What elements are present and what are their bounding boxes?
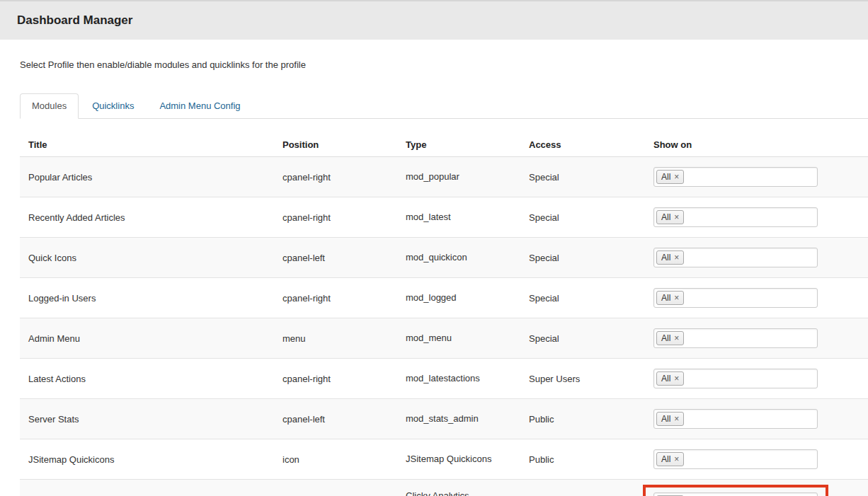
show-on-multiselect[interactable]: All× bbox=[653, 449, 818, 469]
type-cell: mod_popular bbox=[397, 157, 520, 197]
position-cell: cpanel-right bbox=[274, 480, 397, 496]
table-row: Latest Actionscpanel-rightmod_latestacti… bbox=[20, 359, 868, 399]
show-on-cell: All× bbox=[645, 197, 868, 238]
show-on-cell: All× bbox=[645, 359, 868, 399]
show-on-cell: All× bbox=[645, 480, 868, 496]
access-cell: Public bbox=[520, 399, 645, 439]
selected-tag: All× bbox=[656, 452, 684, 466]
tag-label: All bbox=[661, 333, 670, 343]
table-row: Popular Articlescpanel-rightmod_popularS… bbox=[20, 157, 868, 197]
table-row: Logged-in Userscpanel-rightmod_loggedSpe… bbox=[20, 278, 868, 318]
show-on-cell: All× bbox=[645, 157, 868, 197]
table-body: Popular Articlescpanel-rightmod_popularS… bbox=[20, 157, 868, 496]
column-header-show-on: Show on bbox=[645, 133, 868, 157]
table-row: Admin Menumenumod_menuSpecialAll× bbox=[20, 318, 868, 359]
show-on-multiselect[interactable]: All× bbox=[653, 492, 818, 496]
remove-tag-icon[interactable]: × bbox=[674, 415, 679, 423]
remove-tag-icon[interactable]: × bbox=[674, 294, 679, 302]
type-cell: mod_latest bbox=[397, 197, 520, 238]
position-cell: icon bbox=[274, 439, 397, 480]
access-cell: Super Users bbox=[520, 359, 645, 399]
tag-label: All bbox=[661, 293, 670, 303]
title-cell: JSitemap Quickicons bbox=[20, 439, 274, 480]
select-wrap: All× bbox=[653, 409, 818, 429]
remove-tag-icon[interactable]: × bbox=[674, 253, 679, 262]
tag-label: All bbox=[661, 374, 670, 383]
tab-admin-menu-config[interactable]: Admin Menu Config bbox=[147, 93, 252, 119]
type-cell: mod_menu bbox=[397, 318, 520, 359]
remove-tag-icon[interactable]: × bbox=[674, 455, 679, 463]
title-cell: Latest Actions bbox=[20, 359, 274, 399]
show-on-multiselect[interactable]: All× bbox=[653, 288, 818, 308]
tab-quicklinks[interactable]: Quicklinks bbox=[80, 93, 146, 119]
title-cell: Popular Articles bbox=[20, 157, 274, 197]
title-cell: Logged-in Users bbox=[20, 278, 274, 318]
position-cell: cpanel-right bbox=[274, 359, 397, 399]
access-cell: Special bbox=[520, 278, 645, 318]
type-cell: mod_logged bbox=[397, 278, 520, 318]
remove-tag-icon[interactable]: × bbox=[674, 213, 679, 221]
position-cell: menu bbox=[274, 318, 397, 359]
show-on-multiselect[interactable]: All× bbox=[653, 207, 818, 227]
position-cell: cpanel-left bbox=[274, 399, 397, 439]
access-cell: Special bbox=[520, 157, 645, 197]
select-wrap: All× bbox=[653, 248, 818, 267]
select-wrap: All× bbox=[653, 207, 818, 227]
type-cell: mod_quickicon bbox=[397, 238, 520, 278]
tag-label: All bbox=[661, 172, 670, 182]
select-wrap: All× bbox=[653, 369, 818, 388]
tab-modules[interactable]: Modules bbox=[20, 93, 79, 119]
tag-label: All bbox=[661, 414, 670, 424]
show-on-multiselect[interactable]: All× bbox=[653, 409, 818, 429]
selected-tag: All× bbox=[656, 412, 684, 426]
select-wrap: All× bbox=[653, 328, 818, 348]
tab-bar: ModulesQuicklinksAdmin Menu Config bbox=[20, 93, 868, 119]
remove-tag-icon[interactable]: × bbox=[674, 334, 679, 342]
position-cell: cpanel-right bbox=[274, 157, 397, 197]
title-cell: Admin Menu bbox=[20, 318, 274, 359]
tag-label: All bbox=[661, 253, 670, 263]
title-cell: Clicky Analytics Dashboard bbox=[20, 480, 274, 496]
modules-table: TitlePositionTypeAccessShow on Popular A… bbox=[20, 133, 868, 496]
tag-label: All bbox=[661, 212, 670, 222]
access-cell: Special bbox=[520, 197, 645, 238]
type-cell: JSitemap Quickicons bbox=[397, 439, 520, 480]
position-cell: cpanel-left bbox=[274, 238, 397, 278]
column-header-type: Type bbox=[397, 133, 520, 157]
show-on-cell: All× bbox=[645, 278, 868, 318]
show-on-multiselect[interactable]: All× bbox=[653, 248, 818, 267]
remove-tag-icon[interactable]: × bbox=[674, 173, 679, 181]
show-on-cell: All× bbox=[645, 318, 868, 359]
selected-tag: All× bbox=[656, 291, 684, 305]
select-wrap: All× bbox=[653, 288, 818, 308]
tag-label: All bbox=[661, 454, 670, 464]
selected-tag: All× bbox=[656, 371, 684, 386]
position-cell: cpanel-right bbox=[274, 278, 397, 318]
type-cell: mod_stats_admin bbox=[397, 399, 520, 439]
show-on-cell: All× bbox=[645, 439, 868, 480]
position-cell: cpanel-right bbox=[274, 197, 397, 238]
access-cell: Public bbox=[520, 439, 645, 480]
selected-tag: All× bbox=[656, 250, 684, 265]
remove-tag-icon[interactable]: × bbox=[674, 374, 679, 383]
column-header-access: Access bbox=[520, 133, 645, 157]
column-header-position: Position bbox=[274, 133, 397, 157]
selected-tag: All× bbox=[656, 210, 684, 224]
show-on-multiselect[interactable]: All× bbox=[653, 328, 818, 348]
title-cell: Quick Icons bbox=[20, 238, 274, 278]
show-on-multiselect[interactable]: All× bbox=[653, 369, 818, 388]
access-cell: Special bbox=[520, 238, 645, 278]
highlight-annotation-box: All× bbox=[643, 485, 828, 496]
show-on-multiselect[interactable]: All× bbox=[653, 167, 818, 187]
title-cell: Recently Added Articles bbox=[20, 197, 274, 238]
access-cell: Public bbox=[520, 480, 645, 496]
main-content: Select Profile then enable/diable module… bbox=[0, 59, 868, 496]
page-header: Dashboard Manager bbox=[0, 0, 868, 40]
type-cell: mod_latestactions bbox=[397, 359, 520, 399]
access-cell: Special bbox=[520, 318, 645, 359]
table-row: Server Statscpanel-leftmod_stats_adminPu… bbox=[20, 399, 868, 439]
type-cell: Clicky Analytics Dashboard bbox=[397, 480, 520, 496]
selected-tag: All× bbox=[656, 170, 684, 184]
table-row: Clicky Analytics Dashboardcpanel-rightCl… bbox=[20, 480, 868, 496]
show-on-cell: All× bbox=[645, 399, 868, 439]
